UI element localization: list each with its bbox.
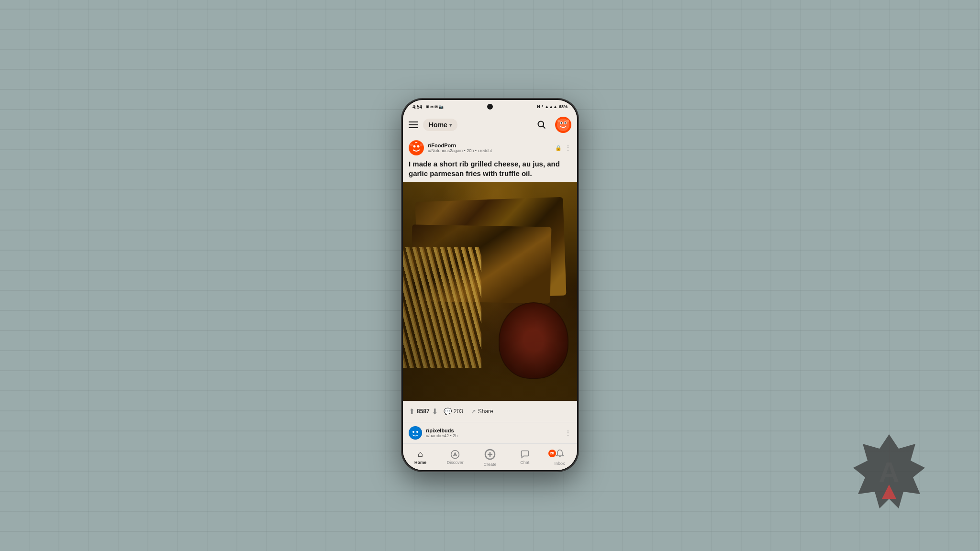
post-actions: ⬆ 8587 ⬇ 💬 203 ↗ Share [403,401,577,422]
svg-point-10 [557,120,560,122]
svg-point-17 [409,427,422,439]
post-source: i.redd.it [478,148,492,153]
svg-text:A: A [879,456,899,488]
comment-icon: 💬 [444,408,452,415]
user-avatar[interactable] [555,117,571,133]
home-dropdown[interactable]: Home ▾ [423,119,457,131]
inbox-icon-wrap: 28 [555,449,565,460]
android-logo: A [846,430,932,522]
subreddit-name[interactable]: r/FoodPorn [428,143,551,148]
image-overlay [403,182,577,401]
upvote-button[interactable]: ⬆ [409,407,415,416]
create-nav-label: Create [483,462,496,467]
phone-container: 4:54 ⊞ M ✉ 📷 N * ▲▲▲ 68% [401,99,579,472]
nav-item-discover[interactable]: Discover [438,450,473,465]
post-icons: 🔒 ⋮ [555,144,571,152]
chevron-down-icon: ▾ [449,122,452,128]
post-meta: r/FoodPorn u/Notorious2again • 20h • i.r… [428,143,551,153]
comment-section[interactable]: 💬 203 [444,408,463,415]
post-info: u/Notorious2again • 20h • i.redd.it [428,148,551,153]
post-card: r/FoodPorn u/Notorious2again • 20h • i.r… [403,136,577,443]
svg-point-14 [417,145,420,148]
svg-point-13 [413,145,416,148]
svg-point-8 [561,122,562,124]
signal-icon: ▲▲▲ [545,104,557,109]
create-icon [484,449,496,460]
lock-icon: 🔒 [555,145,562,151]
svg-point-16 [420,143,423,146]
status-icons: ⊞ M ✉ 📷 [426,105,444,109]
notification-badge: 28 [548,450,556,457]
second-post-info: u/bamber42 • 2h [426,433,561,438]
nfc-icon: N [537,104,540,109]
phone-frame: 4:54 ⊞ M ✉ 📷 N * ▲▲▲ 68% [401,99,579,472]
vote-section: ⬆ 8587 ⬇ [409,407,438,416]
inbox-nav-label: Inbox [555,461,565,466]
scene: A 4:54 ⊞ M ✉ 📷 N * ▲▲▲ [0,0,980,551]
svg-point-19 [416,431,418,433]
bottom-nav: ⌂ Home Discover [403,443,577,470]
comment-count: 203 [454,408,463,415]
svg-point-3 [538,121,544,127]
svg-point-11 [566,120,569,122]
time-display: 4:54 [412,104,422,110]
phone-screen: 4:54 ⊞ M ✉ 📷 N * ▲▲▲ 68% [403,100,577,470]
second-subreddit-name: r/pixelbuds [426,428,561,433]
bluetooth-icon: * [542,104,544,109]
post-author: u/Notorious2again [428,148,463,153]
nav-item-home[interactable]: ⌂ Home [403,449,438,465]
discover-nav-label: Discover [447,460,464,465]
food-visual [403,182,577,401]
chat-nav-label: Chat [520,460,529,465]
second-post-avatar [409,426,422,440]
share-label: Share [478,408,493,415]
svg-point-12 [409,141,423,155]
discover-icon [450,450,460,459]
svg-line-4 [543,126,546,129]
hamburger-menu[interactable] [409,121,418,128]
camera-notch [487,104,493,110]
home-nav-label: Home [414,460,426,465]
second-post-author: u/bamber42 [426,433,449,438]
home-icon: ⌂ [418,449,423,459]
downvote-button[interactable]: ⬇ [432,407,438,416]
nav-item-chat[interactable]: Chat [507,450,542,465]
subreddit-avatar[interactable] [409,140,424,155]
status-right: N * ▲▲▲ 68% [537,104,568,109]
svg-point-9 [565,122,566,124]
home-label: Home [429,121,447,129]
second-post-preview[interactable]: r/pixelbuds u/bamber42 • 2h ⋮ [403,422,577,443]
second-post-time: 2h [453,433,457,438]
more-options-icon[interactable]: ⋮ [565,144,571,152]
share-icon: ↗ [471,408,476,415]
notification-count: 28 [550,451,554,455]
post-image[interactable] [403,182,577,401]
create-icon-wrap [483,448,497,461]
nav-item-inbox[interactable]: 28 Inbox [542,449,577,466]
svg-point-15 [410,143,413,146]
svg-point-18 [412,431,414,433]
post-time: 20h [467,148,474,153]
chat-icon [520,450,530,459]
vote-count: 8587 [417,408,430,415]
post-title: I made a short rib grilled cheese, au ju… [403,158,577,182]
top-nav: Home ▾ [403,113,577,136]
inbox-bell-icon [555,449,565,458]
battery-display: 68% [559,104,568,109]
second-post-more-icon[interactable]: ⋮ [565,429,571,437]
post-header: r/FoodPorn u/Notorious2again • 20h • i.r… [403,136,577,158]
share-button[interactable]: ↗ Share [471,408,493,415]
search-button[interactable] [533,116,550,133]
nav-item-create[interactable]: Create [473,448,508,467]
status-left: 4:54 ⊞ M ✉ 📷 [412,104,444,110]
second-post-meta: r/pixelbuds u/bamber42 • 2h [426,428,561,438]
